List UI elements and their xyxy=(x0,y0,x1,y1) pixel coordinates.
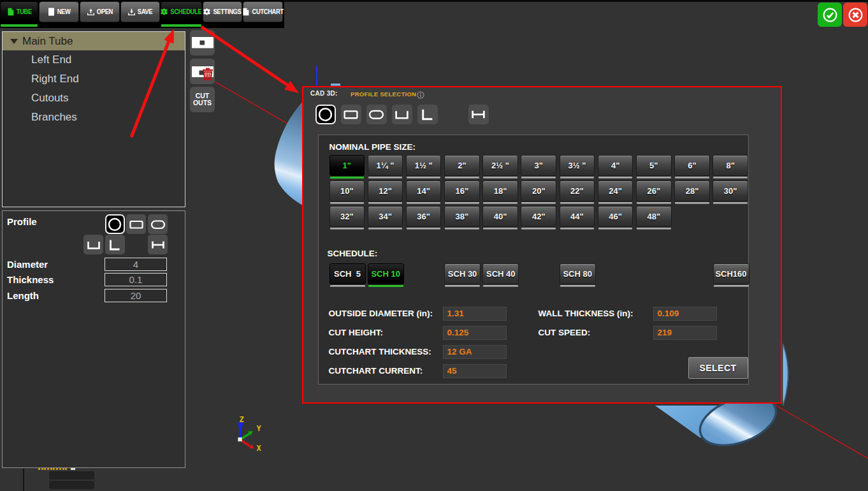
dialog-field-value[interactable]: 45 xyxy=(443,364,507,378)
tree-item[interactable]: Branches xyxy=(3,108,185,127)
pipe-size-button[interactable]: 24" xyxy=(598,180,633,206)
confirm-button[interactable] xyxy=(818,3,842,27)
profile-shape-button[interactable] xyxy=(83,235,103,254)
schedule-button[interactable]: SCH 80 xyxy=(560,263,596,288)
tree-item-label: Right End xyxy=(31,73,79,85)
add-cutout-button[interactable] xyxy=(190,30,215,55)
pipe-size-button[interactable]: 1" xyxy=(329,155,365,180)
pipe-size-button[interactable]: 3½ " xyxy=(560,155,595,180)
select-button[interactable]: SELECT xyxy=(688,357,748,379)
dialog-shape-icon xyxy=(317,106,333,122)
toolbar-tab[interactable]: SCHEDULE xyxy=(161,0,203,28)
pipe-size-button[interactable]: 32" xyxy=(329,206,365,231)
bottom-panel-item xyxy=(49,481,94,489)
pipe-size-button[interactable]: 18" xyxy=(482,180,518,206)
profile-field-label: Length xyxy=(7,289,39,302)
pipe-size-button[interactable]: 46" xyxy=(598,206,633,231)
pipe-size-button-label: 10" xyxy=(329,180,365,202)
pipe-size-button[interactable]: 34" xyxy=(368,206,403,231)
profile-panel-title: Profile xyxy=(7,216,37,227)
pipe-size-button[interactable]: 2" xyxy=(444,155,480,180)
toolbar-tab[interactable]: CUTCHART xyxy=(243,0,284,28)
info-icon[interactable] xyxy=(417,90,424,101)
pipe-size-button[interactable]: 42" xyxy=(521,206,556,231)
schedule-button[interactable]: SCH 30 xyxy=(444,263,481,288)
pipe-size-button[interactable]: 22" xyxy=(560,180,595,206)
pipe-size-button[interactable]: 8" xyxy=(712,155,748,180)
pipe-size-button[interactable]: 2½ " xyxy=(482,155,518,180)
cutouts-button[interactable]: CUT OUTS xyxy=(190,87,215,112)
dialog-field-value[interactable]: 1.31 xyxy=(443,307,507,321)
pipe-size-button[interactable]: 20" xyxy=(521,180,556,206)
schedule-button[interactable]: SCH 5 xyxy=(329,263,366,288)
dialog-field-value[interactable]: 0.109 xyxy=(653,307,717,321)
profile-shape-icon xyxy=(150,217,166,232)
dialog-field-value[interactable]: 219 xyxy=(653,326,717,340)
cancel-button[interactable] xyxy=(843,3,867,27)
dialog-field-row: CUTCHART THICKNESS: 12 GA xyxy=(329,345,507,359)
dialog-shape-button[interactable] xyxy=(468,105,489,124)
tree-item[interactable]: Right End xyxy=(3,70,185,89)
dialog-shape-icon xyxy=(419,106,435,122)
tree-item[interactable]: Left End xyxy=(3,50,185,70)
dialog-field-value[interactable]: 12 GA xyxy=(443,345,507,359)
profile-shape-button[interactable] xyxy=(105,235,125,254)
pipe-size-button[interactable]: 40" xyxy=(482,206,518,231)
cutout-icon xyxy=(190,30,215,55)
pipe-size-button[interactable]: 14" xyxy=(406,180,442,206)
pipe-size-button[interactable]: 4" xyxy=(598,155,633,180)
pipe-size-button[interactable]: 3" xyxy=(521,155,556,180)
pipe-size-button[interactable]: 16" xyxy=(444,180,480,206)
pipe-size-button[interactable]: 38" xyxy=(444,206,480,231)
schedule-button[interactable]: SCH 40 xyxy=(482,263,519,288)
tree-item-label: Left End xyxy=(31,54,71,66)
profile-shape-button[interactable] xyxy=(148,235,168,254)
pipe-size-button-base xyxy=(598,228,633,230)
pipe-size-button[interactable]: 10" xyxy=(329,180,365,206)
pipe-size-button[interactable]: 1½ " xyxy=(406,155,442,180)
profile-field-input[interactable]: 0.1 xyxy=(105,273,167,286)
tree-item[interactable]: Cutouts xyxy=(3,89,185,108)
profile-shape-picker xyxy=(83,214,185,259)
collapse-caret-icon[interactable] xyxy=(10,39,18,44)
main-toolbar: TUBE NEW OPEN xyxy=(0,0,284,28)
tree-item-main-tube[interactable]: Main Tube xyxy=(3,32,185,50)
pipe-size-button[interactable]: 30" xyxy=(712,180,748,206)
dialog-shape-button[interactable] xyxy=(315,105,336,124)
profile-shape-button[interactable] xyxy=(126,214,146,234)
delete-cutout-button[interactable] xyxy=(190,59,215,84)
profile-field-input[interactable]: 4 xyxy=(105,258,167,271)
profile-field-input[interactable]: 20 xyxy=(105,289,167,302)
schedule-button[interactable]: SCH160 xyxy=(713,263,749,288)
profile-shape-button[interactable] xyxy=(148,214,168,234)
pipe-size-button[interactable]: 1¼ " xyxy=(368,155,403,180)
toolbar-tab[interactable]: SAVE xyxy=(120,0,161,28)
dialog-field-row: WALL THICKNESS (in): 0.109 xyxy=(539,307,717,321)
pipe-size-button[interactable]: 12" xyxy=(368,180,403,206)
profile-shape-icon xyxy=(107,217,122,232)
dialog-shape-button[interactable] xyxy=(417,105,438,124)
schedule-button[interactable]: SCH 10 xyxy=(368,263,404,288)
pipe-size-button-base xyxy=(521,177,556,179)
toolbar-tab[interactable]: SETTINGS xyxy=(203,0,243,28)
pipe-size-button-label: 1" xyxy=(329,155,365,176)
pipe-size-button[interactable]: 44" xyxy=(560,206,595,231)
pipe-size-button[interactable]: 26" xyxy=(636,180,672,206)
dialog-field-value[interactable]: 0.125 xyxy=(443,326,507,340)
pipe-size-button[interactable]: 48" xyxy=(636,206,672,231)
dialog-field-row: CUTCHART CURRENT: 45 xyxy=(329,364,507,378)
dialog-shape-button[interactable] xyxy=(366,105,387,124)
toolbar-tab[interactable]: NEW xyxy=(39,0,80,28)
pipe-size-button[interactable]: 5" xyxy=(636,155,672,180)
toolbar-tab[interactable]: TUBE xyxy=(0,0,39,28)
dialog-shape-button[interactable] xyxy=(341,105,361,124)
trash-icon xyxy=(203,68,213,80)
pipe-size-button[interactable]: 28" xyxy=(674,180,710,206)
pipe-size-button[interactable]: 6" xyxy=(674,155,710,180)
toolbar-tab-label: CUTCHART xyxy=(252,8,283,15)
profile-shape-button[interactable] xyxy=(105,214,125,234)
toolbar-tab-icon xyxy=(203,8,211,16)
pipe-size-button[interactable]: 36" xyxy=(406,206,442,231)
toolbar-tab[interactable]: OPEN xyxy=(80,0,120,28)
dialog-shape-button[interactable] xyxy=(392,105,412,124)
